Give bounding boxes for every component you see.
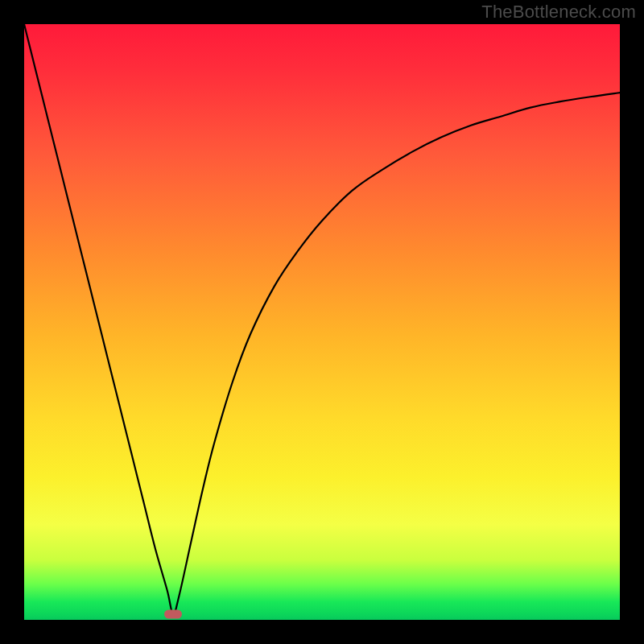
plot-area	[24, 24, 620, 620]
curve-path	[24, 24, 620, 614]
chart-frame: TheBottleneck.com	[0, 0, 644, 644]
minimum-marker	[164, 609, 182, 618]
watermark-text: TheBottleneck.com	[481, 2, 636, 23]
bottleneck-curve	[24, 24, 620, 620]
